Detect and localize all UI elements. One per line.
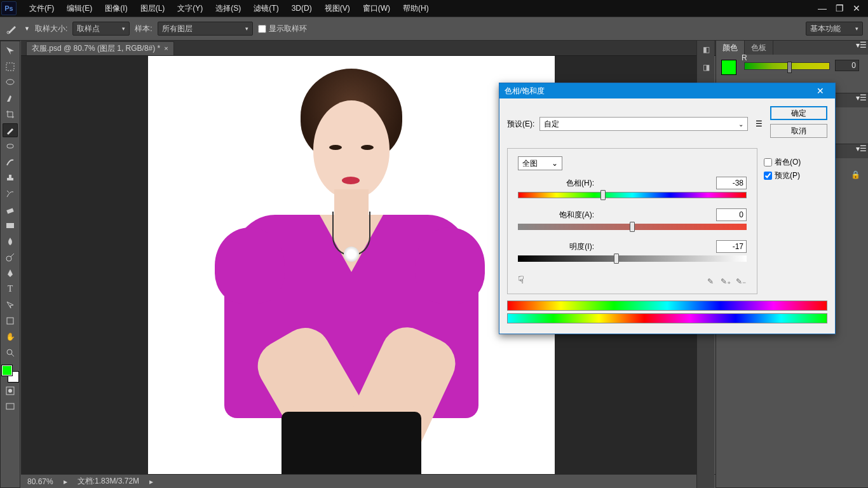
eyedropper-tool-icon[interactable] [3, 123, 18, 137]
lightness-label: 明度(I): [518, 241, 607, 252]
menu-edit[interactable]: 编辑(E) [60, 0, 98, 17]
gradient-tool-icon[interactable] [3, 219, 18, 233]
r-channel-slider[interactable] [744, 62, 830, 70]
eraser-tool-icon[interactable] [3, 203, 18, 217]
close-tab-icon[interactable]: × [164, 44, 168, 52]
menu-filter[interactable]: 滤镜(T) [247, 0, 285, 17]
doc-info-value: 1.83M/3.72M [95, 477, 139, 485]
swatches-panel-tab[interactable]: 色板 [745, 41, 773, 55]
color-panel-tab[interactable]: 颜色 [716, 41, 745, 55]
hue-slider[interactable] [518, 192, 747, 200]
svg-rect-4 [6, 208, 13, 214]
source-spectrum-strip[interactable] [507, 301, 827, 311]
svg-rect-3 [7, 144, 13, 148]
menu-help[interactable]: 帮助(H) [397, 0, 435, 17]
workspace-select[interactable]: 基本功能▾ [806, 22, 863, 36]
stamp-tool-icon[interactable] [3, 171, 18, 185]
dialog-close-icon[interactable]: ✕ [811, 86, 830, 96]
svg-rect-5 [6, 223, 14, 228]
eyedropper-add-icon[interactable]: ✎₊ [720, 276, 731, 287]
chevron-right-icon[interactable]: ▸ [149, 477, 153, 486]
dock-icon-2[interactable]: ◨ [697, 58, 715, 76]
edit-range-select[interactable]: 全图⌄ [518, 156, 562, 170]
hue-label: 色相(H): [518, 178, 607, 189]
quick-select-tool-icon[interactable] [3, 92, 18, 105]
preview-checkbox[interactable]: 预览(P) [764, 170, 827, 181]
saturation-slider[interactable] [518, 224, 747, 231]
window-minimize-icon[interactable]: — [818, 3, 827, 13]
lasso-tool-icon[interactable] [3, 76, 18, 90]
hue-saturation-dialog: 色相/饱和度 ✕ 预设(E): 自定⌄ ☰ 确定 取消 全图⌄ 色相(H): -… [499, 83, 836, 334]
color-strips [507, 301, 827, 323]
window-close-icon[interactable]: ✕ [853, 3, 860, 13]
panel-menu-icon[interactable]: ▾☰ [854, 41, 868, 55]
move-tool-icon[interactable] [3, 44, 18, 58]
window-maximize-icon[interactable]: ❐ [836, 3, 844, 13]
dialog-title: 色相/饱和度 [505, 86, 545, 97]
panel-menu-icon[interactable]: ▾☰ [854, 144, 868, 158]
svg-point-2 [6, 79, 14, 85]
menu-image[interactable]: 图像(I) [98, 0, 133, 17]
path-select-tool-icon[interactable] [3, 298, 18, 312]
history-brush-tool-icon[interactable] [3, 187, 18, 201]
healing-tool-icon[interactable] [3, 139, 18, 153]
document-canvas[interactable] [148, 56, 555, 474]
sample-size-label: 取样大小: [35, 24, 67, 34]
type-tool-icon[interactable]: T [3, 282, 18, 296]
menu-layer[interactable]: 图层(L) [134, 0, 172, 17]
preset-select[interactable]: 自定⌄ [539, 117, 748, 131]
targeted-adjust-icon[interactable]: ☟ [518, 274, 524, 286]
menu-select[interactable]: 选择(S) [209, 0, 247, 17]
svg-rect-11 [6, 403, 14, 409]
zoom-tool-icon[interactable] [3, 346, 18, 360]
menu-3d[interactable]: 3D(D) [285, 0, 318, 17]
app-logo: Ps [1, 1, 17, 15]
dialog-title-bar[interactable]: 色相/饱和度 ✕ [499, 83, 835, 98]
hand-tool-icon[interactable]: ✋ [3, 330, 18, 344]
quick-mask-icon[interactable] [3, 384, 18, 398]
options-bar: ▼ 取样大小: 取样点▾ 样本: 所有图层▾ 显示取样环 基本功能▾ [0, 17, 868, 41]
lightness-slider[interactable] [518, 255, 747, 263]
show-sample-ring-checkbox[interactable]: 显示取样环 [258, 24, 307, 34]
sample-layers-select[interactable]: 所有图层▾ [158, 22, 253, 36]
svg-rect-1 [6, 63, 14, 71]
colorize-checkbox[interactable]: 着色(O) [764, 157, 827, 168]
panel-menu-icon[interactable]: ▾☰ [854, 93, 868, 107]
menu-window[interactable]: 窗口(W) [356, 0, 397, 17]
dock-icon-1[interactable]: ◧ [697, 41, 715, 58]
pen-tool-icon[interactable] [3, 266, 18, 280]
menu-type[interactable]: 文字(Y) [171, 0, 209, 17]
brush-tool-icon[interactable] [3, 155, 18, 169]
document-title: 衣服.psd @ 80.7% (图层 1, RGB/8#) * [32, 43, 160, 54]
hue-input[interactable]: -38 [716, 177, 747, 189]
saturation-input[interactable]: 0 [716, 208, 747, 221]
document-tab[interactable]: 衣服.psd @ 80.7% (图层 1, RGB/8#) * × [26, 41, 174, 55]
zoom-level[interactable]: 80.67% [27, 477, 53, 486]
eyedropper-sub-icon[interactable]: ✎₋ [735, 276, 747, 287]
marquee-tool-icon[interactable] [3, 60, 18, 74]
foreground-color-swatch[interactable] [2, 365, 12, 376]
doc-info-label: 文档: [78, 477, 95, 485]
sample-label: 样本: [135, 24, 152, 34]
saturation-label: 饱和度(A): [518, 210, 607, 220]
zoom-slider-icon[interactable]: ▸ [64, 477, 67, 486]
menu-view[interactable]: 视图(V) [318, 0, 356, 17]
eyedropper-set-icon[interactable]: ✎ [705, 276, 716, 287]
dodge-tool-icon[interactable] [3, 250, 18, 264]
lock-icon[interactable]: 🔒 [851, 170, 860, 179]
lightness-input[interactable]: -17 [716, 240, 747, 253]
color-swatches[interactable] [2, 365, 18, 382]
color-well[interactable] [721, 60, 736, 75]
svg-point-8 [7, 349, 12, 355]
r-channel-value[interactable]: 0 [835, 60, 859, 71]
sample-size-select[interactable]: 取样点▾ [72, 22, 130, 36]
crop-tool-icon[interactable] [3, 107, 18, 121]
title-bar: Ps 文件(F) 编辑(E) 图像(I) 图层(L) 文字(Y) 选择(S) 滤… [0, 0, 868, 17]
menu-file[interactable]: 文件(F) [23, 0, 60, 17]
result-spectrum-strip[interactable] [507, 313, 827, 323]
chevron-down-icon[interactable]: ▼ [24, 25, 30, 32]
current-tool-icon[interactable] [5, 22, 19, 36]
shape-tool-icon[interactable] [3, 314, 18, 328]
blur-tool-icon[interactable] [3, 234, 18, 248]
screen-mode-icon[interactable] [3, 400, 18, 414]
